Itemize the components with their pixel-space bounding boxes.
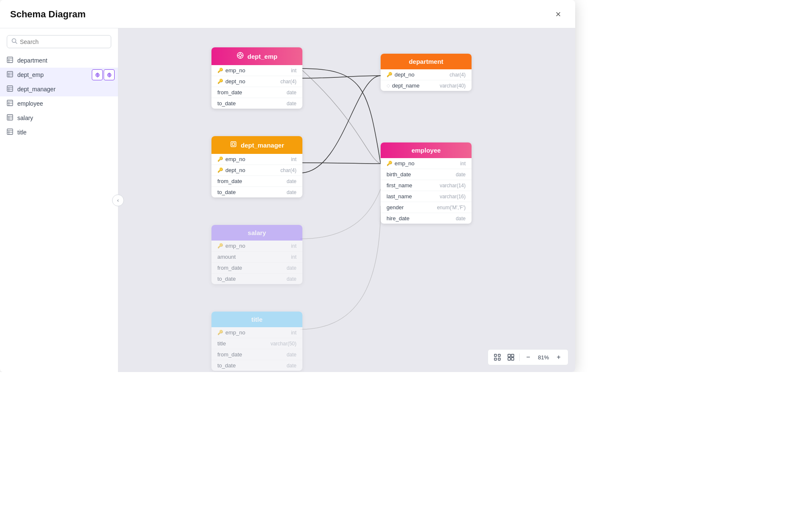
zoom-out-button[interactable]: − — [522, 351, 534, 363]
table-row: to_date date — [211, 360, 302, 371]
table-row: from_date date — [211, 263, 302, 274]
sidebar-item-dept-emp[interactable]: dept_emp — [0, 68, 118, 82]
sidebar-item-department[interactable]: department — [0, 53, 118, 68]
zoom-in-button[interactable]: + — [553, 351, 565, 363]
table-dept-manager[interactable]: dept_manager 🔑 emp_no int 🔑 dept_no — [211, 136, 302, 197]
field-type: int — [291, 254, 296, 260]
table-employee[interactable]: employee 🔑 emp_no int birth_date — [381, 142, 472, 224]
svg-point-14 — [107, 73, 111, 77]
table-row: to_date date — [211, 187, 302, 197]
key-icon: 🔑 — [387, 161, 392, 166]
table-row: to_date date — [211, 274, 302, 284]
card-header-employee: employee — [381, 142, 472, 158]
table-row: from_date date — [211, 176, 302, 187]
card-header-dept-emp: dept_emp — [211, 47, 302, 65]
table-row: first_name varchar(14) — [381, 180, 472, 191]
field-type: varchar(50) — [271, 341, 296, 347]
connector-lines — [118, 28, 575, 372]
card-icon — [236, 52, 244, 61]
table-row: gender enum('M','F') — [381, 202, 472, 213]
svg-rect-40 — [231, 142, 236, 147]
close-button[interactable]: × — [551, 8, 565, 21]
sidebar-item-label: department — [17, 57, 47, 64]
field-name: 🔑 emp_no — [387, 160, 414, 167]
svg-rect-6 — [7, 71, 13, 77]
sidebar-item-label: dept_manager — [17, 86, 55, 93]
field-type: enum('M','F') — [437, 205, 466, 211]
key-icon: 🔑 — [217, 79, 223, 84]
card-title: employee — [411, 147, 441, 154]
card-body: 🔑 emp_no int 🔑 dept_no char(4) — [211, 154, 302, 197]
card-title: dept_emp — [247, 53, 277, 60]
sidebar-item-salary[interactable]: salary — [0, 111, 118, 125]
dialog-header: Schema Diagram × — [0, 0, 575, 28]
card-body: 🔑 dept_no char(4) ◇ dept_name varchar(40… — [381, 69, 472, 91]
table-row: 🔑 emp_no int — [211, 65, 302, 76]
card-header-dept-manager: dept_manager — [211, 136, 302, 154]
sidebar-item-label: dept_emp — [17, 71, 44, 78]
svg-rect-2 — [7, 57, 13, 63]
field-type: int — [291, 68, 296, 74]
card-icon — [230, 140, 237, 150]
field-name: from_date — [217, 89, 242, 96]
table-title[interactable]: title 🔑 emp_no int title varch — [211, 312, 302, 371]
field-type: date — [287, 189, 296, 195]
sidebar-item-employee[interactable]: employee — [0, 96, 118, 111]
svg-rect-49 — [511, 358, 514, 360]
table-row: 🔑 dept_no char(4) — [381, 69, 472, 80]
table-row: amount int — [211, 252, 302, 263]
field-type: char(4) — [450, 72, 466, 78]
card-header-salary: salary — [211, 225, 302, 241]
sidebar-item-dept-manager[interactable]: dept_manager — [0, 82, 118, 96]
field-type: varchar(16) — [440, 194, 466, 200]
field-name: 🔑 dept_no — [387, 71, 414, 78]
field-name: to_date — [217, 362, 236, 369]
table-icon — [7, 129, 13, 136]
svg-rect-48 — [508, 358, 510, 360]
table-dept-emp[interactable]: dept_emp 🔑 emp_no int 🔑 dept_no — [211, 47, 302, 109]
card-body: 🔑 emp_no int title varchar(50) from_d — [211, 327, 302, 371]
svg-point-10 — [96, 73, 99, 77]
card-title: title — [251, 316, 263, 323]
field-type: date — [287, 363, 296, 369]
svg-rect-45 — [498, 358, 500, 360]
svg-rect-30 — [7, 129, 13, 134]
field-name: 🔑 emp_no — [217, 156, 245, 162]
table-row: hire_date date — [381, 213, 472, 224]
action-icon-2[interactable] — [104, 69, 115, 80]
card-header-department: department — [381, 54, 472, 69]
card-title: department — [409, 58, 444, 65]
table-icon — [7, 71, 13, 79]
sidebar-item-title[interactable]: title — [0, 125, 118, 140]
table-salary[interactable]: salary 🔑 emp_no int amount int — [211, 225, 302, 284]
field-type: int — [460, 161, 466, 167]
field-type: date — [287, 178, 296, 184]
field-name: to_date — [217, 189, 236, 195]
field-name: first_name — [387, 182, 412, 189]
field-name: birth_date — [387, 171, 411, 178]
key-icon: 🔑 — [217, 243, 223, 249]
sidebar-collapse-button[interactable]: ‹ — [112, 194, 124, 206]
action-icon-1[interactable] — [92, 69, 103, 80]
field-name: from_date — [217, 265, 242, 271]
table-row: title varchar(50) — [211, 338, 302, 349]
svg-rect-22 — [7, 100, 13, 106]
field-type: date — [456, 172, 466, 178]
search-input[interactable] — [20, 38, 107, 45]
schema-canvas: dept_emp 🔑 emp_no int 🔑 dept_no — [118, 28, 575, 372]
table-row: birth_date date — [381, 169, 472, 180]
svg-point-15 — [109, 74, 110, 76]
table-department[interactable]: department 🔑 dept_no char(4) ◇ dept_name — [381, 54, 472, 91]
field-name: 🔑 emp_no — [217, 67, 245, 74]
card-body: 🔑 emp_no int 🔑 dept_no char(4) — [211, 65, 302, 109]
field-type: int — [291, 156, 296, 162]
table-icon — [7, 57, 13, 64]
field-type: date — [456, 216, 466, 222]
table-icon — [7, 100, 13, 107]
fit-view-button[interactable] — [491, 351, 503, 363]
svg-rect-42 — [494, 354, 497, 356]
diamond-icon: ◇ — [387, 83, 390, 88]
field-name: 🔑 dept_no — [217, 78, 245, 85]
grid-view-button[interactable] — [505, 351, 517, 363]
sidebar-item-label: employee — [17, 100, 43, 107]
